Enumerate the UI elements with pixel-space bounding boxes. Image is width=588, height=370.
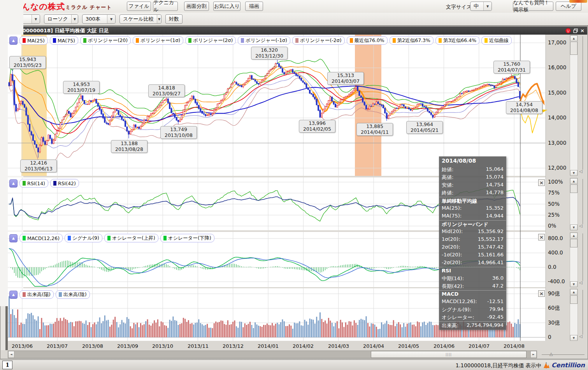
data-tooltip: 2014/08/08始値:15,064高値:15,074安値:14,754終値:… [439,156,506,330]
axis-tick-label: 400.0 [548,249,563,256]
legend-label: オシレーター(下降) [168,235,211,242]
date-axis-label: 2013/06 [12,343,33,349]
volume-legend-item[interactable]: 出来高(陽) [19,290,54,299]
price-collapse-button[interactable]: ▲ [9,37,18,45]
annotation-date: 2013/06/13 [21,166,56,172]
macd-collapse-button[interactable]: ▲ [9,234,18,242]
legend-swatch [83,38,86,43]
rsi-panel-close-icon[interactable]: × [538,179,545,186]
legend-swatch [53,181,56,186]
annotation-price: 14,754 [506,102,542,108]
vol-vertical-scrollbar[interactable]: ▲▼ [570,289,578,340]
macd-legend-item[interactable]: オシレーター(上昇) [104,234,158,242]
date-axis-label: 2013/10 [152,343,173,349]
zoom-slider-handle[interactable]: △ [549,351,553,356]
price-annotation: 13,9962014/02/05 [299,120,335,133]
annotation-price: 13,964 [407,122,442,128]
legend-swatch [350,38,353,43]
volume-collapse-button[interactable]: ▲ [9,291,18,299]
scroll-up-icon[interactable]: ▲ [570,233,577,238]
date-axis-label: 2013/12 [223,343,244,349]
price-legend-item[interactable]: ボリンジャー(-1σ) [238,36,290,45]
scroll-down-icon[interactable]: ▼ [570,335,577,341]
page-tab-1[interactable]: 1 [2,361,12,369]
legend-label: 最近似76.0% [355,37,384,44]
scrollbar-thumb[interactable] [570,42,577,55]
legend-label: MACD(12,26) [27,235,60,241]
scrollbar-thumb[interactable] [570,239,577,247]
rsi-scale-slider-track[interactable] [583,179,583,224]
annotation-price: 13,188 [111,141,147,147]
macd-legend-item[interactable]: MACD(12,26) [19,234,63,242]
legend-label: 第2近似67.3% [397,37,430,44]
scroll-up-icon[interactable]: ▲ [570,178,577,184]
price-legend-item[interactable]: ボリンジャー(1σ) [133,36,183,45]
vol-scale-slider-track[interactable] [583,290,583,335]
tooltip-row: 2σ(20):15,747.42 [439,244,506,251]
price-legend-item[interactable]: 第3近似66.4% [435,36,479,45]
scrollbar-thumb[interactable] [570,184,577,193]
rsi-collapse-button[interactable]: ▲ [9,179,18,188]
volume-legend: ▲出来高(陽)出来高(陰) [9,290,90,299]
axis-tick-label: 0% [548,223,556,229]
vol-scale-slider-handle[interactable]: ◁ [579,334,582,339]
price-legend-item[interactable]: 近似曲線 [481,36,512,45]
date-axis-label: 2013/08 [82,343,103,349]
annotation-price: 15,943 [10,57,46,63]
scroll-up-icon[interactable]: ▲ [570,289,577,295]
price-scale-slider-track[interactable] [583,36,583,170]
scroll-left-icon[interactable]: ◄ [8,351,14,358]
legend-swatch [295,38,298,43]
annotation-date: 2014/05/21 [407,128,442,133]
scroll-down-icon[interactable]: ▼ [570,170,577,176]
scroll-down-icon[interactable]: ▼ [570,281,577,287]
brand-triangle-icon [543,362,550,368]
rsi-scale-slider-handle[interactable]: ◁ [579,223,582,228]
legend-label: 第3近似66.4% [443,37,476,44]
brand-logo: Centillion [543,361,585,369]
legend-swatch [23,236,26,240]
price-legend-item[interactable]: MA(25) [19,36,48,45]
price-scale-slider-handle[interactable]: ◁ [579,169,582,174]
macd-panel-close-icon[interactable]: × [538,234,545,240]
rsi-legend-item[interactable]: RSI(14) [19,179,48,188]
macd-scale-slider-track[interactable] [583,233,583,281]
scroll-down-icon[interactable]: ▼ [570,224,577,230]
axis-tick-label: 800.0 [548,235,563,241]
tooltip-row: 1σ(20):15,552.17 [439,236,506,244]
price-legend-item[interactable]: MA(75) [50,36,78,45]
legend-label: ボリンジャー(20) [88,37,128,44]
macd-scale-slider-handle[interactable]: ◁ [579,280,582,285]
horizontal-scrollbar[interactable]: ◄ |||| ► [8,351,537,358]
price-legend-item[interactable]: ボリンジャー(2σ) [185,36,236,45]
annotation-price: 13,996 [299,121,335,126]
volume-legend-item[interactable]: 出来高(陰) [56,290,90,299]
tooltip-section-header: ボリンジャーバンド [439,220,506,228]
price-annotation: 13,9642014/05/21 [406,121,443,134]
price-legend-item[interactable]: 最近似76.0% [347,36,388,45]
price-legend-item[interactable]: 第2近似67.3% [390,36,434,45]
scroll-up-icon[interactable]: ▲ [570,35,577,41]
scroll-right-icon[interactable]: ► [530,351,537,358]
macd-legend-item[interactable]: シグナル(9) [65,234,102,242]
tooltip-row: 長期(42):47.2 [439,282,506,290]
legend-swatch [59,292,62,297]
price-legend-item[interactable]: ボリンジャー(-2σ) [292,36,345,45]
rsi-legend-item[interactable]: RSI(42) [50,179,79,188]
zoom-slider-track[interactable] [542,354,584,355]
price-legend-item[interactable]: ボリンジャー(20) [80,36,131,45]
macd-vertical-scrollbar[interactable]: ▲▼ [570,232,578,287]
price-vertical-scrollbar[interactable]: ▲▼ [570,35,578,175]
legend-swatch [68,236,71,240]
scrollbar-thumb[interactable]: |||| [371,351,527,358]
vol-panel-close-icon[interactable]: × [538,290,545,297]
legend-swatch [484,38,488,43]
rsi-vertical-scrollbar[interactable]: ▲▼ [570,178,578,230]
date-axis-label: 2014/08 [504,343,525,349]
tooltip-row: Mid(20):15,356.92 [439,228,506,236]
scrollbar-thumb[interactable] [570,295,577,304]
annotation-price: 13,749 [161,127,197,133]
macd-legend-item[interactable]: オシレーター(下降) [160,234,214,242]
price-annotation: 12,4162013/06/13 [20,160,57,172]
price-annotation: 15,3132014/03/07 [327,72,364,85]
